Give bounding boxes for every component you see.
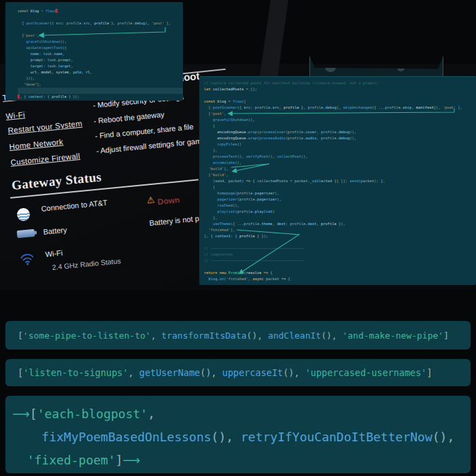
code-line: fixMyPoemBasedOnLessons(), retryIfYouCan… [12,426,454,449]
code-line: ['listen-to-signups', getUserName(), upp… [18,367,432,378]
code-line: let collectedPosts = []; [204,86,476,92]
code-line: 'fixed-poem']⟶ [12,449,454,472]
sidebar-link-home-network[interactable]: Home Network [9,137,63,151]
battery-label: Battery [43,226,67,236]
sidebar-link-customize-firewall[interactable]: Customize Firewall [10,152,80,167]
code-line: useTheme({ ...profile.theme, dest: profi… [204,221,476,227]
code-line: const blog = flow([ [204,99,476,105]
code-line: gracefulShutdown(), [204,117,476,123]
wifi-label: Wi-Fi [45,249,63,258]
code-line: const blog = flow([ [18,8,183,14]
code-line: target: task.target, [18,63,183,69]
code-line: processText(), verifyPost(), collectPost… [204,154,476,160]
code-line: return new Promise(resolve => { [204,270,476,276]
pipe2-code: ['listen-to-signups', getUserName(), upp… [5,367,432,378]
bullet-adjust-firewall: - Adjust firewall settings for gam [96,137,202,155]
page: Troubleshoot Troubleshoot Wi-Fi Restart … [0,0,476,476]
code-right: // Capture collected posts for manifest … [199,77,476,282]
router-port-icon [325,63,336,72]
code-line: ], [204,215,476,221]
code-line [204,239,476,245]
pipe-example-2: ['listen-to-signups', getUserName(), upp… [5,359,471,386]
code-line: apiGate(agentTask({ [18,45,183,51]
code-line: ['post', [18,33,183,39]
code-line: [ postScanner({ src: profile.src, profil… [204,105,476,111]
code-line: name: task.name, [18,51,183,57]
code-line: ⟶['each-blogpost', [12,403,454,426]
code-line: pagerizer(profile.pagerizer), [204,197,476,203]
code-line: gracefulShutdown(), [18,39,183,45]
code-line: [ postScanner({ src: profile.src, profil… [18,20,183,27]
code-line: // ─────────────────────────────────────… [204,245,476,252]
att-globe-icon [16,207,31,222]
battery-icon [17,229,35,238]
photo-edge-strip [259,0,288,82]
code-line: [ [204,123,476,129]
warning-icon: ⚠ [146,194,155,205]
code-line: accumulate(), [204,160,476,166]
code-line: ['some-pipe-to-listen-to', transformItsD… [18,330,449,341]
code-line [204,264,476,270]
router-port-icon [397,65,405,71]
code-line [18,88,183,94]
radio-status-label: 2.4 GHz Radio Status [52,256,121,271]
sidebar-link-wifi[interactable]: Wi-Fi [5,110,25,120]
wifi-icon [19,252,35,266]
code-line: })), [18,75,183,82]
code-line: // Capture collected posts for manifest … [204,80,476,86]
code-line: ], { context: { profile } }); [18,94,183,100]
code-editor-left: const blog = flow([ [ postScanner({ src:… [5,2,183,101]
code-line: playlist(profile.playlist) [204,209,476,215]
code-line: ['post', [204,111,476,117]
code-line: ['build', [204,172,476,178]
code-line: prompt: task.prompt, [18,57,183,63]
code-line: url, model, system, yolo, rl, [18,69,183,75]
pipe-example-1: ['some-pipe-to-listen-to', transformItsD… [5,321,471,350]
code-line [204,92,476,99]
code-line: homepage(profile.pagerizer), [204,190,476,197]
code-line [18,27,183,33]
code-line: 'build'], [204,166,476,172]
bullet-find-computer: - Find a computer, share a file [95,122,194,140]
code-line: ], [204,148,476,154]
pipe3-code: ⟶['each-blogpost', fixMyPoemBasedOnLesso… [5,396,454,472]
pipe1-code: ['some-pipe-to-listen-to', transformItsD… [5,330,449,341]
connection-label: Connection to AT&T [41,199,107,213]
connection-status-down: Down [157,195,180,207]
code-line: ], { context: { profile } }); [204,233,476,239]
code-line: copyFiles() [204,141,476,148]
code-left: const blog = flow([ [ postScanner({ src:… [5,2,183,100]
code-line: "done"], [18,82,183,88]
code-line: rssFeed(), [204,203,476,209]
code-line: [ [204,184,476,190]
code-line: 'finished'], [204,227,476,233]
code-line [18,14,183,20]
code-line: // Completion [204,252,476,258]
code-line: encodingQueue.wrap(processAudio(profile.… [204,135,476,141]
sidebar-link-restart-system[interactable]: Restart your System [7,119,83,134]
code-line: // ─────────────────────────────────────… [204,258,476,264]
bullet-reboot-gateway: - Reboot the gateway [93,110,165,125]
router-device-photo [309,56,443,78]
code-editor-right: // Capture collected posts for manifest … [199,76,476,285]
code-line: blog.on('finished', async packet => { [204,276,476,282]
code-line: encodingQueue.wrap(processCover(profile.… [204,129,476,135]
battery-status: Battery is not p [149,214,199,227]
code-line: (send, packet) => { collectedPosts = pac… [204,178,476,184]
pipe-example-3: ⟶['each-blogpost', fixMyPoemBasedOnLesso… [5,396,471,473]
